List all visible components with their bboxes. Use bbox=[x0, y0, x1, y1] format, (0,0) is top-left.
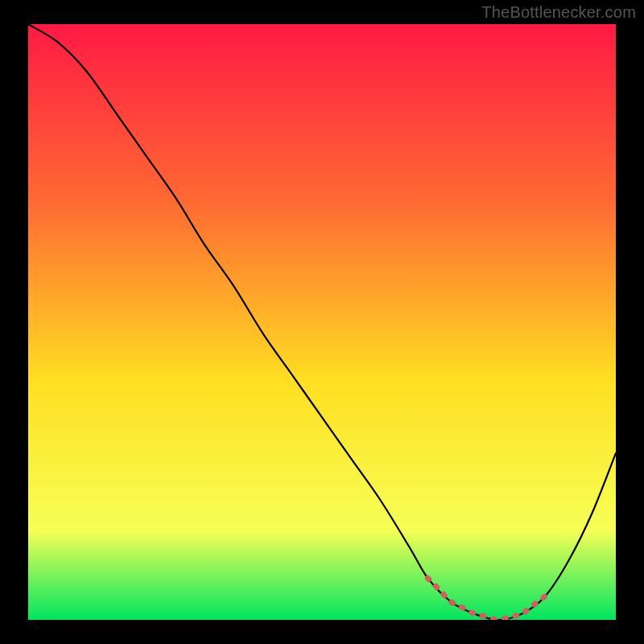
plot-svg bbox=[28, 24, 616, 620]
bottleneck-plot bbox=[28, 24, 616, 620]
chart-container: TheBottlenecker.com bbox=[0, 0, 644, 644]
attribution-label: TheBottlenecker.com bbox=[481, 3, 636, 22]
